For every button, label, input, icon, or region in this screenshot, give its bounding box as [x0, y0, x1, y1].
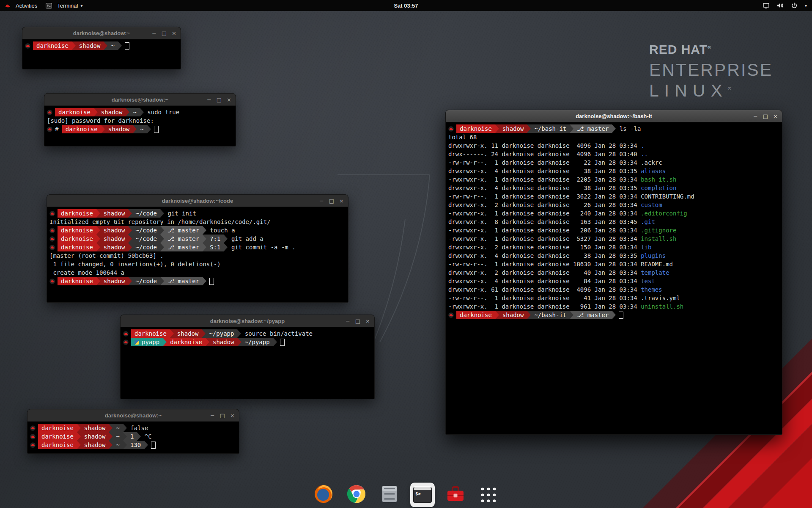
- terminal-content[interactable]: darknoiseshadow~/bash-it⎇ master ls -lat…: [446, 122, 782, 434]
- powerline-arrow: [104, 41, 107, 50]
- file-name: .git: [641, 218, 655, 225]
- maximize-button[interactable]: □: [220, 413, 225, 418]
- dock-item-app-grid[interactable]: [476, 483, 501, 507]
- terminal-line: darknoiseshadow~130: [30, 441, 236, 449]
- terminal-icon: $>: [413, 487, 432, 503]
- powerline-arrow: [160, 209, 164, 218]
- close-button[interactable]: ×: [773, 113, 778, 119]
- terminal-line: darknoiseshadow~/code⎇ master: [49, 277, 346, 285]
- prompt-segment-exit: 130: [127, 441, 144, 449]
- terminal-content[interactable]: darknoiseshadow~: [22, 39, 181, 69]
- powerline-arrow: [163, 338, 167, 346]
- window-titlebar[interactable]: darknoise@shadow:~/pyapp−□×: [121, 315, 374, 327]
- dock-item-chrome[interactable]: [344, 483, 369, 507]
- maximize-button[interactable]: □: [355, 318, 360, 324]
- file-name: plugins: [641, 252, 666, 259]
- window-titlebar[interactable]: darknoise@shadow:~−□×: [27, 409, 239, 422]
- terminal-line: pyappdarknoiseshadow~/pyapp: [123, 338, 372, 346]
- powerline-arrow: [570, 124, 573, 133]
- file-name: bash_it.sh: [641, 176, 676, 183]
- terminal-text: sudo true: [144, 109, 179, 116]
- window-titlebar[interactable]: darknoise@shadow:~−□×: [44, 94, 236, 106]
- terminal-line: drwxrwxr-x. 4 darknoise darknoise 38 Jan…: [448, 251, 779, 260]
- prompt-segment-host: shadow: [105, 125, 133, 133]
- window-titlebar[interactable]: darknoise@shadow:~/code−□×: [47, 195, 348, 207]
- prompt-segment-host: shadow: [499, 311, 527, 319]
- maximize-button[interactable]: □: [217, 97, 222, 102]
- terminal-text: drwxrwxr-x. 2 darknoise darknoise 40 Jan…: [448, 269, 641, 276]
- prompt-segment-venv: pyapp: [131, 338, 163, 346]
- terminal-text: total 68: [448, 134, 477, 141]
- terminal-line: drwxrwxr-x. 4 darknoise darknoise 38 Jan…: [448, 167, 779, 175]
- powerline-arrow: [77, 424, 81, 432]
- terminal-line: drwxrwxr-x. 2 darknoise darknoise 150 Ja…: [448, 243, 779, 251]
- powerline-arrow: [123, 441, 127, 449]
- powerline-arrow: [202, 329, 206, 338]
- close-button[interactable]: ×: [230, 413, 235, 418]
- prompt-segment-host: shadow: [100, 209, 129, 218]
- close-button[interactable]: ×: [227, 97, 231, 102]
- dock-item-software[interactable]: [443, 483, 468, 507]
- clock[interactable]: Sat 03:57: [0, 3, 812, 9]
- terminal-text: ^C: [141, 433, 151, 440]
- minimize-button[interactable]: −: [207, 97, 211, 102]
- prompt-segment-git: ⎇ master: [573, 311, 612, 319]
- maximize-button[interactable]: □: [162, 30, 167, 36]
- activities-button[interactable]: Activities: [0, 0, 41, 11]
- minimize-button[interactable]: −: [210, 413, 215, 418]
- system-status-area[interactable]: ▾: [758, 0, 812, 11]
- window-titlebar[interactable]: darknoise@shadow:~−□×: [22, 27, 181, 39]
- terminal-text: Initialized empty Git repository in /hom…: [49, 218, 271, 225]
- terminal-content[interactable]: darknoiseshadow~ falsedarknoiseshadow~1 …: [27, 422, 239, 453]
- terminal-window[interactable]: darknoise@shadow:~/bash-it−□×darknoisesh…: [445, 110, 782, 435]
- prompt-segment-gitstat: S:1: [206, 243, 224, 251]
- minimize-button[interactable]: −: [152, 30, 156, 36]
- app-menu[interactable]: Terminal ▾: [41, 0, 87, 11]
- close-button[interactable]: ×: [172, 30, 176, 36]
- chevron-down-icon: ▾: [80, 3, 82, 8]
- terminal-text: drwxrwxr-x. 4 darknoise darknoise 38 Jan…: [448, 252, 641, 259]
- terminal-line: drwxrwxr-x. 2 darknoise darknoise 26 Jan…: [448, 201, 779, 209]
- terminal-text: git commit -a -m .: [228, 244, 295, 251]
- terminal-window[interactable]: darknoise@shadow:~−□×darknoiseshadow~: [22, 27, 181, 69]
- redhat-prompt-icon: [123, 331, 129, 337]
- prompt-segment-git: ⎇ master: [164, 243, 203, 251]
- terminal-window[interactable]: darknoise@shadow:~−□×darknoiseshadow~ su…: [44, 93, 236, 146]
- powerline-arrow: [203, 243, 206, 251]
- prompt-segment-host: shadow: [499, 124, 527, 133]
- terminal-window[interactable]: darknoise@shadow:~/code−□×darknoiseshado…: [47, 194, 348, 303]
- dock-item-terminal[interactable]: $>: [410, 483, 435, 507]
- maximize-button[interactable]: □: [329, 198, 334, 204]
- toolbox-icon: [446, 484, 465, 505]
- file-manager-icon: [380, 484, 399, 505]
- file-name: .editorconfig: [641, 210, 687, 217]
- minimize-button[interactable]: −: [346, 318, 350, 324]
- powerline-arrow: [527, 124, 531, 133]
- powerline-arrow: [144, 441, 148, 449]
- terminal-window[interactable]: darknoise@shadow:~/pyapp−□×darknoiseshad…: [120, 315, 375, 399]
- terminal-line: darknoiseshadow~/code⎇ master touch a: [49, 226, 346, 235]
- minimize-button[interactable]: −: [319, 198, 324, 204]
- redhat-prompt-icon: [123, 340, 129, 345]
- python-icon: [134, 340, 139, 345]
- close-button[interactable]: ×: [339, 198, 344, 204]
- dock-item-firefox[interactable]: [311, 483, 336, 507]
- terminal-text: -rwxrwxr-x. 1 darknoise darknoise 206 Ja…: [448, 227, 641, 234]
- prompt-segment-path: ~: [137, 125, 147, 133]
- dock-item-files[interactable]: [377, 483, 402, 507]
- maximize-button[interactable]: □: [763, 113, 768, 119]
- terminal-text: drwxrwxr-x. 2 darknoise darknoise 26 Jan…: [448, 202, 641, 208]
- terminal-content[interactable]: darknoiseshadow~/code git initInitialize…: [47, 207, 348, 302]
- terminal-content[interactable]: darknoiseshadow~ sudo true[sudo] passwor…: [44, 106, 236, 146]
- terminal-line: Initialized empty Git repository in /hom…: [49, 218, 346, 226]
- minimize-button[interactable]: −: [753, 113, 758, 119]
- terminal-window[interactable]: darknoise@shadow:~−□×darknoiseshadow~ fa…: [27, 409, 239, 454]
- powerline-arrow: [160, 226, 164, 235]
- terminal-text: source bin/activate: [241, 330, 313, 337]
- window-titlebar[interactable]: darknoise@shadow:~/bash-it−□×: [446, 110, 782, 122]
- close-button[interactable]: ×: [365, 318, 370, 324]
- terminal-line: darknoiseshadow~ sudo true: [47, 108, 233, 116]
- terminal-content[interactable]: darknoiseshadow~/pyapp source bin/activa…: [121, 327, 374, 399]
- terminal-cursor: [619, 312, 623, 319]
- powerline-arrow: [123, 432, 127, 441]
